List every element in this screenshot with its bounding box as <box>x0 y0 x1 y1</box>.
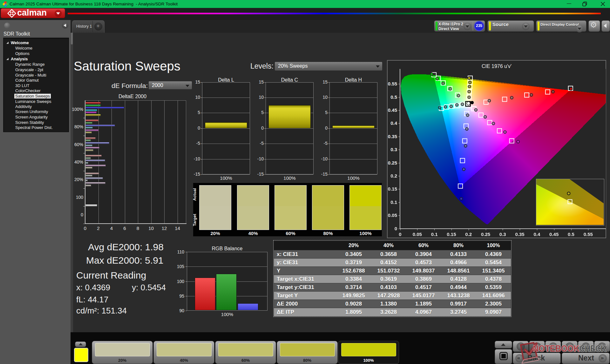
svg-text:CHECK: CHECK <box>580 343 606 354</box>
svg-text:NOTEBOOK: NOTEBOOK <box>533 343 580 354</box>
